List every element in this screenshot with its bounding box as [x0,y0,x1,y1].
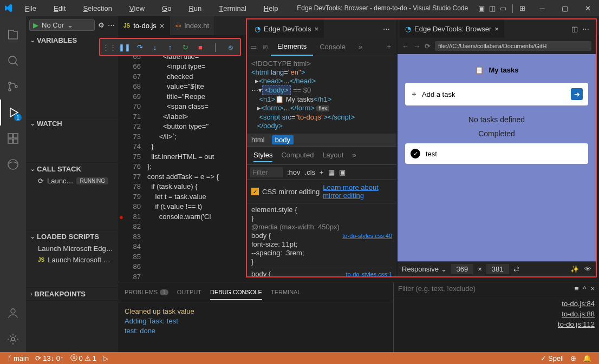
styles-subtab[interactable]: Styles [253,149,272,162]
problems-indicator[interactable]: ⓧ 0 ⚠ 1 [67,353,100,363]
source-control-icon[interactable] [0,74,26,100]
inspect-icon[interactable]: ▭ [247,43,260,51]
tab-todo-js[interactable]: JS to-do.js × [118,16,170,35]
forward-icon[interactable]: → [413,42,420,50]
cls-button[interactable]: .cls [305,168,316,176]
menu-view[interactable]: View [121,0,153,16]
minimize-button[interactable]: ─ [531,0,554,16]
more-icon[interactable]: ⋯ [383,25,390,33]
accounts-icon[interactable] [0,300,26,326]
back-icon[interactable]: ← [402,42,409,50]
loaded-scripts-section[interactable]: ⌄Loaded Scripts [26,230,118,243]
close-icon[interactable]: × [314,25,318,33]
more-icon[interactable]: » [352,149,356,162]
task-item[interactable]: ✓ test [405,143,588,164]
box-icon[interactable]: ▣ [339,168,346,176]
gear-icon[interactable]: ⚙ [98,21,105,29]
maximize-button[interactable]: ▢ [554,0,576,16]
grip-icon[interactable]: ⋮⋮ [102,41,116,53]
source-link[interactable]: to-do.js:84 [398,299,595,309]
spell-indicator[interactable]: ✓ Spell [537,354,567,362]
layout-subtab[interactable]: Layout [322,149,343,162]
add-rule-icon[interactable]: + [320,168,324,176]
responsive-selector[interactable]: Responsive ⌄ [402,265,447,273]
feedback-icon[interactable]: ⊕ [567,354,580,362]
script-item[interactable]: Launch Microsoft Edg… [26,243,118,254]
menu-file[interactable]: FFileile [16,0,45,16]
split-icon[interactable]: ◫ [571,25,578,33]
settings-gear-icon[interactable] [0,326,26,352]
computed-subtab[interactable]: Computed [281,149,314,162]
callstack-section[interactable]: ⌄Call Stack [26,163,118,175]
flexbox-icon[interactable]: ▦ [328,168,335,176]
elements-subtab[interactable]: Elements [271,38,313,56]
url-bar[interactable]: file:///C:/Users/collabera/Documents/Git… [435,41,591,51]
width-input[interactable]: 369 [451,264,474,274]
more-icon[interactable]: ⋯ [108,21,115,29]
add-task-row[interactable]: ＋ Add a task ➜ [405,83,588,105]
menu-run[interactable]: Run [180,0,210,16]
source-link[interactable]: to-do.js:88 [398,309,595,319]
restart-button[interactable]: ↻ [178,41,192,53]
menu-terminal[interactable]: Terminal [210,0,255,16]
browser-tab[interactable]: ◔ Edge DevTools: Browser × [400,19,504,38]
settings-icon[interactable]: ≡ [575,284,579,293]
step-over-button[interactable]: ↷ [133,41,147,53]
explorer-icon[interactable] [0,22,26,48]
sync-indicator[interactable]: ⟳ 13↓ 0↑ [32,354,67,362]
edge-tools-icon[interactable] [0,151,26,177]
mirror-link[interactable]: Learn more about mirror editing [323,183,388,200]
menu-help[interactable]: Help [255,0,287,16]
branch-indicator[interactable]: ᚶ main [4,354,32,362]
reload-icon[interactable]: ⟳ [425,42,431,50]
device-icon[interactable]: ⎚ [260,43,271,51]
css-rules[interactable]: element.style { } @media (max-width: 450… [247,203,396,276]
more-tabs[interactable]: » [352,38,369,55]
callstack-item[interactable]: ⟳ Launc… RUNNING [26,175,118,187]
debug-console-tab[interactable]: DEBUG CONSOLE [210,284,262,300]
step-into-button[interactable]: ↓ [148,41,162,53]
layout-icon[interactable]: ▭ [500,4,506,12]
check-icon[interactable]: ✓ [411,149,420,158]
rotate-icon[interactable]: ⇄ [513,265,519,273]
breakpoints-section[interactable]: ›Breakpoints [26,288,118,300]
tab-index-html[interactable]: <> index.ht [170,16,215,35]
pause-button[interactable]: ❚❚ [118,41,132,53]
close-icon[interactable]: × [590,284,595,293]
submit-button[interactable]: ➜ [571,88,583,100]
layout-icon[interactable]: │ [511,4,515,12]
expand-icon[interactable]: ^ [583,284,586,293]
more-icon[interactable]: ⋯ [582,25,589,33]
styles-filter-input[interactable] [250,167,283,177]
close-icon[interactable]: × [494,25,499,33]
dom-tree[interactable]: <!DOCTYPE html> <html lang="en"> ▸<head>… [247,56,396,134]
menu-selection[interactable]: Selection [74,0,120,16]
dom-breadcrumb[interactable]: html body [247,134,396,146]
tool-icon[interactable]: ✨ [570,265,579,273]
layout-icon[interactable]: ▣ [478,4,485,12]
run-config-selector[interactable]: ▶ No Cor ⌄ [29,19,95,31]
bell-icon[interactable]: 🔔 [580,354,595,362]
menu-go[interactable]: Go [153,0,180,16]
close-icon[interactable]: × [160,22,164,30]
run-debug-icon[interactable]: 1 [0,100,26,125]
console-filter-input[interactable] [398,284,570,293]
eye-icon[interactable]: 👁 [584,265,591,273]
add-tab-icon[interactable]: + [381,43,396,51]
step-out-button[interactable]: ↑ [163,41,177,53]
height-input[interactable]: 381 [486,264,509,274]
search-icon[interactable] [0,48,26,74]
console-subtab[interactable]: Console [313,38,352,55]
devtools-tab[interactable]: ◔ Edge DevTools × [249,19,324,38]
disconnect-button[interactable]: ⎋ [224,41,238,53]
hov-button[interactable]: :hov [287,168,301,176]
page-preview[interactable]: 📋 My tasks ＋ Add a task ➜ No tasks defin… [398,54,596,261]
terminal-tab[interactable]: TERMINAL [271,284,301,300]
breakpoint-icon[interactable]: ● [119,213,123,223]
checkbox-icon[interactable]: ✓ [251,188,259,195]
output-tab[interactable]: OUTPUT [177,284,201,300]
layout-icon[interactable]: ⊞ [519,4,525,12]
problems-tab[interactable]: PROBLEMS1 [125,284,168,300]
source-link[interactable]: to-do.js:112 [398,319,595,329]
extensions-icon[interactable] [0,125,26,151]
